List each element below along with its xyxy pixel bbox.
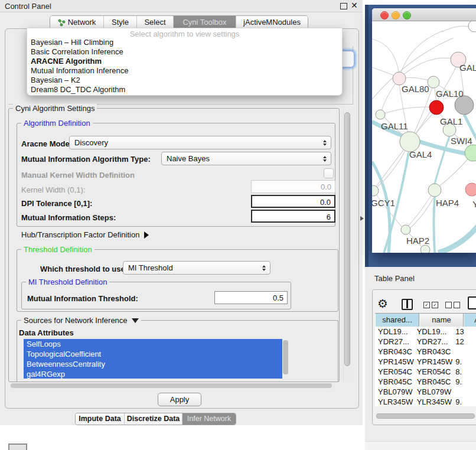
table-body[interactable]: YDL19...YDL19...13YDR27...YDR27...12YBR0… <box>375 327 476 406</box>
tab-select[interactable]: Select <box>136 16 173 29</box>
close-icon[interactable]: ✕ <box>351 1 358 10</box>
dpi-tolerance-field[interactable]: 0.0 <box>251 195 335 208</box>
network-node[interactable] <box>420 245 430 253</box>
network-edge[interactable] <box>380 107 436 115</box>
zoom-traffic-light[interactable] <box>403 11 411 19</box>
settings-horizontal-scrollbar-thumb[interactable] <box>11 383 332 388</box>
columns-icon[interactable] <box>402 299 413 310</box>
tab-network[interactable]: Network <box>50 16 103 29</box>
table-row[interactable]: YDL19...YDL19...13 <box>375 327 476 337</box>
unchecked-box-icon <box>454 302 460 308</box>
table-row[interactable]: YER054CYER054C8. <box>375 367 476 377</box>
table-row[interactable]: YPR145WYPR145W9. <box>375 357 476 367</box>
network-edge[interactable] <box>372 67 397 77</box>
data-attributes-list[interactable]: SelfLoopsTopologicalCoefficientBetweenne… <box>24 339 282 379</box>
threshold-definition-title: Threshold Definition <box>21 245 94 254</box>
tab-style[interactable]: Style <box>103 16 136 29</box>
node-label: GCY1 <box>372 198 395 208</box>
mi-threshold-field[interactable]: 0.5 <box>214 291 288 304</box>
network-view[interactable]: GALGAL80GAL10GAL1GAL11SWI4GAL4GCY1HAP4YH… <box>372 21 476 253</box>
unselect-all-columns-icon[interactable] <box>445 302 462 308</box>
algorithm-option[interactable]: Bayesian – Hill Climbing <box>30 38 340 47</box>
algorithm-option[interactable]: Basic Correlation Inference <box>30 47 340 57</box>
network-edge[interactable] <box>399 31 443 79</box>
collapsed-panel-icon[interactable] <box>8 444 27 450</box>
stepper-icon <box>323 140 331 146</box>
table-cell: YBL079W <box>375 387 414 397</box>
select-all-columns-icon[interactable]: ✓ ✓ <box>423 302 440 308</box>
table-row[interactable]: YBR043CYBR043C <box>375 347 476 357</box>
stepper-icon <box>323 156 331 162</box>
network-edge[interactable] <box>399 58 458 79</box>
node-label: HAP4 <box>436 198 459 208</box>
sources-expander[interactable]: Sources for Network Inference <box>21 316 141 325</box>
algorithm-option[interactable]: ARACNE Algorithm <box>30 57 340 66</box>
data-attribute-item[interactable]: TopologicalCoefficient <box>24 349 282 359</box>
float-panel-icon[interactable] <box>340 3 347 9</box>
network-node[interactable] <box>376 110 385 119</box>
network-node[interactable] <box>428 76 439 88</box>
network-node[interactable] <box>428 184 441 197</box>
mi-threshold-label: Mutual Information Threshold: <box>27 294 138 303</box>
column-header-partial[interactable]: A <box>464 314 476 327</box>
tab-jactivemnodules[interactable]: jActiveMNodules <box>236 16 308 29</box>
table-cell: 8. <box>452 367 476 377</box>
algorithm-option[interactable]: Bayesian – K2 <box>30 76 340 85</box>
algorithm-option[interactable]: Mutual Information Inference <box>30 66 340 76</box>
tab-infer-network[interactable]: Infer Network <box>182 413 236 425</box>
table-cell: 9. <box>452 357 476 367</box>
network-window-titlebar[interactable] <box>372 8 476 21</box>
node-label: GAL4 <box>409 149 432 159</box>
tab-impute-data[interactable]: Impute Data <box>76 413 124 425</box>
new-table-icon[interactable] <box>468 296 476 309</box>
network-edge[interactable] <box>438 226 476 253</box>
table-horizontal-scrollbar-thumb[interactable] <box>376 413 475 419</box>
network-edge[interactable] <box>442 26 470 32</box>
network-node[interactable] <box>401 225 410 234</box>
network-edge[interactable] <box>434 197 435 253</box>
data-attribute-item[interactable]: BetweennessCentrality <box>24 359 282 369</box>
column-header-shared-name[interactable]: shared... <box>375 314 419 327</box>
close-traffic-light[interactable] <box>380 11 389 19</box>
apply-button[interactable]: Apply <box>158 393 201 406</box>
aracne-mode-combobox[interactable]: Discovery <box>69 136 331 149</box>
network-node[interactable] <box>393 72 406 85</box>
hub-definition-expander[interactable]: Hub/Transcription Factor Definition <box>21 230 149 239</box>
mi-steps-label: Mutual Information Steps: <box>21 213 116 222</box>
table-cell: 9. <box>452 397 476 406</box>
gear-icon[interactable]: ⚙ <box>377 298 388 309</box>
panel-splitter-arrow[interactable] <box>360 216 364 221</box>
stepper-icon <box>262 265 270 271</box>
network-node[interactable] <box>465 183 476 196</box>
table-row[interactable]: YBL079WYBL079W <box>375 387 476 397</box>
data-attribute-item[interactable]: SelfLoops <box>24 339 282 349</box>
network-edge[interactable] <box>407 190 435 227</box>
network-node[interactable] <box>468 21 476 32</box>
tab-discretize-data[interactable]: Discretize Data <box>124 413 182 425</box>
kernel-width-field[interactable]: 0.0 <box>251 180 335 193</box>
data-attributes-scrollbar-thumb[interactable] <box>283 340 288 374</box>
data-attribute-item[interactable]: gal4RGexp <box>24 369 282 379</box>
table-row[interactable]: YBR045CYBR045C9. <box>375 377 476 387</box>
tab-cyni-toolbox[interactable]: Cyni Toolbox <box>173 16 236 29</box>
cyni-algorithm-settings-title: Cyni Algorithm Settings <box>13 104 97 113</box>
table-cell: YBL079W <box>414 387 453 397</box>
network-edge[interactable] <box>372 39 399 76</box>
network-node[interactable] <box>429 100 444 115</box>
table-cell: YDL19... <box>414 327 453 337</box>
network-node[interactable] <box>400 132 420 152</box>
mi-steps-field[interactable]: 6 <box>251 210 335 223</box>
network-canvas[interactable]: GALGAL80GAL10GAL1GAL11SWI4GAL4GCY1HAP4YH… <box>372 21 476 253</box>
which-threshold-combobox[interactable]: MI Threshold <box>123 261 270 275</box>
table-row[interactable]: YLR345WYLR345W9. <box>375 397 476 406</box>
settings-vertical-scrollbar-thumb[interactable] <box>344 112 350 366</box>
manual-kernel-checkbox[interactable] <box>324 168 334 178</box>
network-edge[interactable] <box>409 193 436 229</box>
column-header-name[interactable]: name <box>419 314 464 327</box>
table-row[interactable]: YDR27...YDR27...12 <box>375 337 476 347</box>
mi-type-combobox[interactable]: Naive Bayes <box>161 152 331 165</box>
network-edge[interactable] <box>435 136 449 184</box>
algorithm-option[interactable]: Dream8 DC_TDC Algorithm <box>30 85 340 94</box>
network-node[interactable] <box>465 145 476 161</box>
minimize-traffic-light[interactable] <box>392 11 400 19</box>
